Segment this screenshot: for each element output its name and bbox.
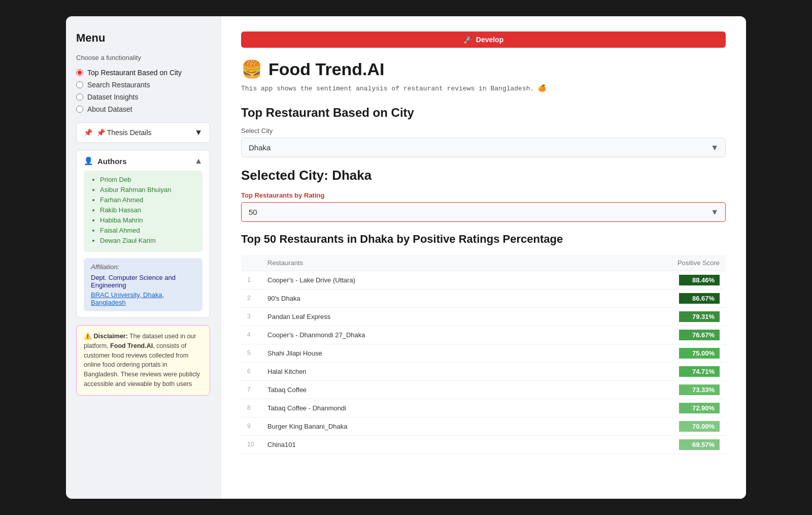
- thesis-icon: 📌: [84, 128, 92, 137]
- chevron-down-icon: ▼: [194, 128, 202, 137]
- develop-banner: 🚀 Develop: [241, 31, 726, 48]
- author-item: Habiba Mahrin: [100, 216, 195, 224]
- score-badge: 73.33%: [679, 384, 720, 395]
- disclaimer-bold: ⚠️ Disclaimer:: [84, 333, 128, 340]
- row-restaurant: Tabaq Coffee - Dhanmondi: [261, 399, 572, 417]
- table-row: 5 Shahi Jilapi House 75.00%: [241, 344, 726, 362]
- row-restaurant: Cooper's - Lake Drive (Uttara): [261, 271, 572, 289]
- table-row: 6 Halal Kitchen 74.71%: [241, 362, 726, 380]
- row-restaurant: Pandan Leaf Express: [261, 307, 572, 326]
- rocket-icon: 🚀: [463, 36, 472, 44]
- table-row: 3 Pandan Leaf Express 79.31%: [241, 307, 726, 326]
- selected-city-heading: Selected City: Dhaka: [241, 168, 726, 183]
- col-index: [241, 255, 261, 271]
- row-restaurant: Shahi Jilapi House: [261, 344, 572, 362]
- authors-header: 👤 Authors ▲: [84, 156, 202, 166]
- affiliation-dept: Dept. Computer Science and Engineering: [91, 274, 195, 289]
- menu-item[interactable]: Search Restaurants: [76, 81, 210, 89]
- row-rank: 1: [241, 271, 261, 289]
- score-badge: 75.00%: [679, 348, 720, 359]
- author-item: Farhan Ahmed: [100, 196, 195, 204]
- score-badge: 70.00%: [679, 421, 720, 432]
- chart-title: Top 50 Restaurants in Dhaka by Positive …: [241, 232, 726, 247]
- authors-section: 👤 Authors ▲ Priom DebAsibur Rahman Bhuiy…: [76, 150, 210, 318]
- affiliation-label: Affiliation:: [91, 263, 195, 271]
- row-score: 75.00%: [572, 344, 726, 362]
- burger-icon: 🍔: [241, 59, 262, 79]
- app-description: This app shows the sentiment analysis of…: [241, 84, 726, 92]
- app-title: 🍔 Food Trend.AI: [241, 59, 726, 79]
- section-title: Top Restaurant Based on City: [241, 106, 726, 120]
- row-score: 73.33%: [572, 380, 726, 399]
- app-name: Food Trend.AI: [268, 59, 385, 79]
- count-select[interactable]: 10 20 50 100: [241, 202, 726, 222]
- score-badge: 88.46%: [679, 275, 720, 285]
- table-header-row: Restaurants Positive Score: [241, 255, 726, 271]
- row-rank: 9: [241, 417, 261, 435]
- main-content: 🚀 Develop 🍔 Food Trend.AI This app shows…: [221, 16, 746, 499]
- city-select[interactable]: Dhaka Chittagong Sylhet Rajshahi: [241, 138, 726, 157]
- author-item: Faisal Ahmed: [100, 227, 195, 234]
- author-item: Rakib Hassan: [100, 206, 195, 214]
- table-row: 10 China101 69.57%: [241, 435, 726, 454]
- table-row: 1 Cooper's - Lake Drive (Uttara) 88.46%: [241, 271, 726, 289]
- row-rank: 2: [241, 289, 261, 307]
- menu-radio-group: Top Restaurant Based on City Search Rest…: [76, 69, 210, 113]
- disclaimer-app-name: Food Trend.AI: [110, 342, 153, 349]
- row-rank: 8: [241, 399, 261, 417]
- select-city-label: Select City: [241, 127, 726, 135]
- authors-list: Priom DebAsibur Rahman BhuiyanFarhan Ahm…: [91, 176, 195, 244]
- row-score: 70.00%: [572, 417, 726, 435]
- table-row: 7 Tabaq Coffee 73.33%: [241, 380, 726, 399]
- table-row: 9 Burger King Banani_Dhaka 70.00%: [241, 417, 726, 435]
- authors-label: Authors: [97, 157, 127, 166]
- menu-item[interactable]: Top Restaurant Based on City: [76, 69, 210, 77]
- affiliation-university[interactable]: BRAC University, Dhaka, Bangladesh: [91, 291, 195, 306]
- row-score: 76.67%: [572, 326, 726, 344]
- row-restaurant: China101: [261, 435, 572, 454]
- disclaimer-text: ⚠️ Disclaimer: The dataset used in our p…: [84, 333, 200, 388]
- row-score: 69.57%: [572, 435, 726, 454]
- row-restaurant: Burger King Banani_Dhaka: [261, 417, 572, 435]
- score-badge: 79.31%: [679, 311, 720, 322]
- app-screen: Menu Choose a functionality Top Restaura…: [66, 16, 746, 499]
- thesis-details-label: 📌 Thesis Details: [96, 128, 152, 137]
- sidebar-title: Menu: [76, 31, 210, 45]
- score-badge: 74.71%: [679, 366, 720, 377]
- menu-item[interactable]: About Dataset: [76, 105, 210, 113]
- sidebar-subtitle: Choose a functionality: [76, 54, 210, 61]
- col-restaurant: Restaurants: [261, 255, 572, 271]
- row-score: 86.67%: [572, 289, 726, 307]
- table-row: 8 Tabaq Coffee - Dhanmondi 72.90%: [241, 399, 726, 417]
- city-select-wrapper: Dhaka Chittagong Sylhet Rajshahi ▼: [241, 138, 726, 157]
- table-body: 1 Cooper's - Lake Drive (Uttara) 88.46% …: [241, 271, 726, 454]
- authors-icon: 👤: [84, 156, 93, 166]
- chevron-up-icon: ▲: [194, 156, 202, 166]
- top-restaurants-label: Top Restaurants by Rating: [241, 191, 726, 199]
- banner-text: Develop: [476, 36, 503, 44]
- col-score: Positive Score: [572, 255, 726, 271]
- affiliation-box: Affiliation: Dept. Computer Science and …: [84, 258, 202, 311]
- row-rank: 10: [241, 435, 261, 454]
- row-restaurant: Halal Kitchen: [261, 362, 572, 380]
- row-rank: 5: [241, 344, 261, 362]
- table-row: 2 90's Dhaka 86.67%: [241, 289, 726, 307]
- row-rank: 3: [241, 307, 261, 326]
- author-item: Priom Deb: [100, 176, 195, 183]
- authors-list-box: Priom DebAsibur Rahman BhuiyanFarhan Ahm…: [84, 171, 202, 252]
- row-score: 88.46%: [572, 271, 726, 289]
- row-rank: 7: [241, 380, 261, 399]
- score-badge: 76.67%: [679, 330, 720, 340]
- row-score: 74.71%: [572, 362, 726, 380]
- row-score: 79.31%: [572, 307, 726, 326]
- author-item: Asibur Rahman Bhuiyan: [100, 186, 195, 194]
- menu-item[interactable]: Dataset Insights: [76, 93, 210, 101]
- row-restaurant: Tabaq Coffee: [261, 380, 572, 399]
- count-select-wrapper: 10 20 50 100 ▼: [241, 202, 726, 222]
- thesis-details-btn[interactable]: 📌 📌 Thesis Details ▼: [76, 122, 210, 143]
- author-item: Dewan Ziaul Karim: [100, 237, 195, 244]
- row-restaurant: Cooper's - Dhanmondi 27_Dhaka: [261, 326, 572, 344]
- restaurants-table: Restaurants Positive Score 1 Cooper's - …: [241, 255, 726, 454]
- row-score: 72.90%: [572, 399, 726, 417]
- sidebar: Menu Choose a functionality Top Restaura…: [66, 16, 221, 499]
